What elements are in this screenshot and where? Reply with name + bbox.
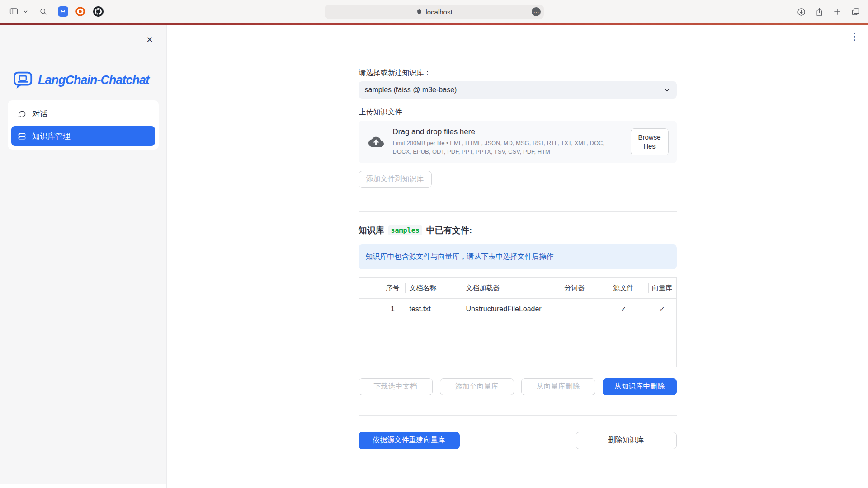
select-chevron-icon <box>664 87 670 94</box>
table-header-splitter[interactable]: 分词器 <box>551 278 599 298</box>
table-row[interactable]: 1 test.txt UnstructuredFileLoader ✓ ✓ <box>359 299 676 320</box>
new-tab-icon[interactable] <box>830 5 844 19</box>
info-message: 知识库中包含源文件与向量库，请从下表中选择文件后操作 <box>359 244 677 269</box>
row-loader-cell: UnstructuredFileLoader <box>462 299 551 320</box>
site-favicon <box>416 9 422 15</box>
rebuild-vectorstore-button[interactable]: 依据源文件重建向量库 <box>359 432 460 449</box>
table-empty-area <box>359 320 676 367</box>
row-actions: 下载选中文档 添加至向量库 从向量库删除 从知识库中删除 <box>359 378 677 395</box>
kb-selectbox[interactable]: samples (faiss @ m3e-base) <box>359 81 677 99</box>
knowledge-base-icon <box>18 132 26 141</box>
extension-blue-icon[interactable] <box>57 6 69 18</box>
row-vectorstore-check: ✓ <box>648 299 676 320</box>
divider <box>359 211 677 212</box>
upload-label: 上传知识文件 <box>359 108 677 117</box>
sidebar-toggle-icon[interactable] <box>6 5 21 19</box>
delete-from-kb-button[interactable]: 从知识库中删除 <box>603 378 677 395</box>
table-header-sourcefile[interactable]: 源文件 <box>599 278 648 298</box>
kb-actions: 依据源文件重建向量库 删除知识库 <box>359 432 677 449</box>
table-header-loader[interactable]: 文档加载器 <box>462 278 551 298</box>
kb-heading-prefix: 知识库 <box>359 225 384 236</box>
sidebar-footer-strip <box>0 484 166 488</box>
address-bar[interactable]: localhost ⋯ <box>325 5 544 19</box>
share-icon[interactable] <box>812 5 826 19</box>
chat-bubble-icon <box>18 110 26 118</box>
app-menu-icon[interactable]: ⋮ <box>848 30 861 43</box>
main-area: ⋮ 请选择或新建知识库： samples (faiss @ m3e-base) … <box>167 25 868 488</box>
kb-selectbox-value: samples (faiss @ m3e-base) <box>365 86 457 94</box>
dropzone-title: Drag and drop files here <box>393 127 623 136</box>
extension-target-icon[interactable] <box>74 6 86 18</box>
kb-files-table: 序号 文档名称 文档加载器 分词器 源文件 向量库 1 test.txt Uns… <box>359 277 677 367</box>
table-header-blank <box>359 278 381 298</box>
chevron-down-icon[interactable] <box>21 5 30 19</box>
delete-kb-button[interactable]: 删除知识库 <box>576 432 677 449</box>
kb-select-label: 请选择或新建知识库： <box>359 68 677 78</box>
add-to-vectorstore-button[interactable]: 添加至向量库 <box>440 378 514 395</box>
sidebar-item-chat[interactable]: 对话 <box>11 104 155 124</box>
delete-from-vectorstore-button[interactable]: 从向量库删除 <box>521 378 595 395</box>
sidebar-nav: 对话 知识库管理 <box>8 100 159 150</box>
table-header-vectorstore[interactable]: 向量库 <box>648 278 676 298</box>
cloud-upload-icon <box>367 134 386 150</box>
sidebar: ✕ LangChain-Chatchat 对话 <box>0 25 167 488</box>
kb-name-code: samples <box>388 225 422 235</box>
row-sourcefile-check: ✓ <box>599 299 648 320</box>
page-settings-icon[interactable]: ⋯ <box>532 7 541 16</box>
dropzone-limit-text: Limit 200MB per file • EML, HTML, JSON, … <box>393 139 623 156</box>
content-column: 请选择或新建知识库： samples (faiss @ m3e-base) 上传… <box>359 25 677 449</box>
search-icon[interactable] <box>36 5 51 19</box>
downloads-icon[interactable] <box>794 5 808 19</box>
kb-heading-suffix: 中已有文件: <box>426 225 472 236</box>
add-files-to-kb-button[interactable]: 添加文件到知识库 <box>359 171 432 188</box>
download-selected-button[interactable]: 下载选中文档 <box>359 378 433 395</box>
row-splitter-cell <box>551 299 599 320</box>
app-logo: LangChain-Chatchat <box>8 71 159 89</box>
github-extension-icon[interactable] <box>92 6 104 18</box>
close-sidebar-icon[interactable]: ✕ <box>143 33 156 47</box>
table-header-row: 序号 文档名称 文档加载器 分词器 源文件 向量库 <box>359 278 676 299</box>
table-header-docname[interactable]: 文档名称 <box>405 278 462 298</box>
row-index-cell: 1 <box>381 299 405 320</box>
tab-overview-icon[interactable] <box>848 5 863 19</box>
dropzone-texts: Drag and drop files here Limit 200MB per… <box>393 127 623 156</box>
row-select-cell <box>359 299 381 320</box>
sidebar-item-label: 知识库管理 <box>32 131 71 141</box>
row-docname-cell: test.txt <box>405 299 462 320</box>
logo-text: LangChain-Chatchat <box>38 73 149 87</box>
logo-chat-icon <box>13 71 33 89</box>
url-text: localhost <box>425 8 452 16</box>
sidebar-item-label: 对话 <box>32 109 47 119</box>
divider <box>359 415 677 416</box>
file-dropzone[interactable]: Drag and drop files here Limit 200MB per… <box>359 121 677 163</box>
browse-files-button[interactable]: Browse files <box>631 128 669 155</box>
sidebar-item-kb-management[interactable]: 知识库管理 <box>11 126 155 146</box>
kb-files-heading: 知识库 samples 中已有文件: <box>359 225 677 236</box>
browser-toolbar: localhost ⋯ <box>0 0 868 23</box>
table-header-index[interactable]: 序号 <box>381 278 405 298</box>
